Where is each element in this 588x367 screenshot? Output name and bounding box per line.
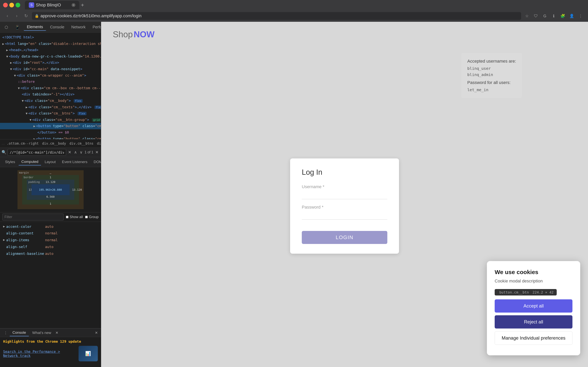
search-clear-button[interactable]: ✕ [67,149,72,155]
padding-right-value: 13.120 [72,188,82,191]
active-tab[interactable]: S Shop BlinqIO ✕ [25,1,79,9]
close-bottom-panel[interactable]: ✕ [94,330,99,336]
tree-html[interactable]: ▶<html lang="en" class="disable--interac… [0,41,101,47]
css-filter-input[interactable] [2,214,64,220]
cookie-modal: We use cookies Cookie modal description … [487,261,580,355]
bottom-panel: ⋮ Console What's new ✕ ✕ Highlights from… [0,328,101,367]
console-thumbnail: 📊 [79,346,98,361]
search-prev-button[interactable]: ∧ [73,149,78,155]
tab-styles[interactable]: Styles [2,158,18,165]
show-all-checkbox-input[interactable] [66,216,68,218]
whats-new-close[interactable]: ✕ [55,330,59,336]
manage-preferences-button[interactable]: Manage Individual preferences [495,331,572,345]
info-panel: Accepted usernames are: blinq_user blinq… [462,53,522,98]
breadcrumb-bar: … .ottom.cm--right div.cm__body div.cm__… [0,139,101,148]
password-label: Password * [302,205,323,209]
minimize-button[interactable] [9,3,14,7]
maximize-button[interactable] [16,3,20,7]
bottom-tab-whats-new[interactable]: What's new [30,329,54,336]
cookie-modal-description: Cookie modal description [495,279,572,284]
breadcrumb-cm-body[interactable]: div.cm__body [41,141,68,146]
tab-close-button[interactable]: ✕ [72,3,76,7]
breadcrumb-cm-btns[interactable]: div.cm__btns [68,141,95,146]
console-link[interactable]: Search in the Performance > Network trac… [3,350,75,358]
login-button[interactable]: LOGIN [302,231,387,244]
username-input[interactable] [302,189,387,199]
tooltip-size: 224.2 × 42 [533,290,554,294]
tab-dom-breakpoints[interactable]: DOM Breakpoints [91,158,101,165]
group-checkbox-input[interactable] [85,216,88,218]
browser-window: S Shop BlinqIO ✕ + ‹ › ↻ 🔒 approve-cooki… [0,0,588,367]
css-prop-align-items: ▶ align-items normal [0,237,101,243]
password-input[interactable] [302,210,387,220]
lock-icon: 🔒 [35,14,39,18]
search-next-button[interactable]: ∨ [79,149,84,155]
webpage-preview: Shop NOW Accepted usernames are: blinq_u… [101,22,588,367]
url-bar[interactable]: 🔒 approve-cookies.dzrtr0k51i0mo.amplifya… [32,12,521,20]
tree-cm-body[interactable]: ▼<div class="cm__body"> flex [0,98,101,104]
tab-event-listeners[interactable]: Event Listeners [59,158,90,165]
tab-computed[interactable]: Computed [19,158,41,166]
prop-name: align-content [6,231,45,236]
tab-console[interactable]: Console [47,24,67,31]
bottom-tab-console[interactable]: Console [10,329,29,336]
tree-cm-btns[interactable]: ▼<div class="cm__btns"> flex [0,110,101,117]
accept-all-button[interactable]: Accept all [495,299,572,313]
menu-button[interactable]: ⋮ [577,12,584,19]
box-model-area: margin – border 1 padding 13.120 13.120 … [0,167,101,212]
border-bottom-value: 1 [50,202,51,205]
tree-cm-texts[interactable]: ▶<div class="cm__texts">…</div> flex [0,104,101,110]
tree-cm-wrapper[interactable]: ▼<div class="cm-wrapper cc--anim"> [0,72,101,79]
shield-icon[interactable]: 🛡 [532,12,539,19]
forward-button[interactable]: › [13,12,20,19]
bookmark-button[interactable]: ☆ [523,12,530,19]
profile-icon[interactable]: 👤 [568,12,575,19]
grammarly-icon[interactable]: G [541,12,548,19]
tree-head[interactable]: ▶<head>…</head> [0,47,101,53]
console-message: Highlights from the Chrome 129 update [3,339,98,343]
tab-performance[interactable]: Performance [89,24,101,31]
border-label: border [24,176,34,179]
tab-elements[interactable]: Elements [24,24,46,31]
devtools-device-icon[interactable]: 📱 [12,24,23,31]
back-button[interactable]: ‹ [4,12,11,19]
prop-value: normal [45,237,58,243]
tree-btn-all[interactable]: ▶<button type="button" class="cm__btn" d… [0,123,101,129]
breadcrumb-cm-right[interactable]: .ottom.cm--right [5,141,40,146]
info-username2: blinq_admin [467,72,516,77]
console-content: Highlights from the Chrome 129 update Se… [0,337,101,367]
tree-cm-box[interactable]: ▼<div class="cm cm--box cm--bottom cm--r… [0,85,101,91]
puzzle-icon[interactable]: 🧩 [559,12,566,19]
tree-btn-group[interactable]: ▼<div class="cm__btn-group"> grid [0,117,101,123]
expand-arrow[interactable]: ▶ [3,237,5,243]
expand-arrow[interactable]: ▶ [3,224,5,230]
padding-top-value: 13.120 [45,180,55,184]
close-button[interactable] [3,3,8,7]
breadcrumb-btn-group[interactable]: div.cm__btn-group [95,141,101,146]
new-tab-button[interactable]: + [81,2,84,8]
info-username1: blinq_user [467,66,516,71]
group-checkbox[interactable]: Group [85,215,99,219]
tab-layout[interactable]: Layout [42,158,58,165]
browser-controls: ‹ › ↻ 🔒 approve-cookies.dzrtr0k51i0mo.am… [0,10,588,22]
group-label: Group [89,215,99,219]
tree-body[interactable]: ▼<body data-new-gr-c-s-check-loaded="14.… [0,53,101,60]
extension-icon[interactable]: ℹ [550,12,557,19]
refresh-button[interactable]: ↻ [23,12,30,19]
console-link-row: Search in the Performance > Network trac… [3,346,98,361]
search-input[interactable] [8,149,66,156]
tree-root[interactable]: ▶<div id="root">…</div> [0,59,101,66]
cookie-tooltip: button.cm__btn 224.2 × 42 [495,289,557,295]
devtools-inspector-icon[interactable]: ⬡ [1,24,11,31]
show-all-checkbox[interactable]: Show all [66,215,83,219]
tree-tabindex[interactable]: <div tabindex="-1"></div> [0,91,101,98]
tree-btn-necessary[interactable]: ▶<button type="button" class="cm__btn" d… [0,136,101,139]
css-prop-align-self: ▶ align-self auto [0,243,101,250]
console-menu-icon[interactable]: ⋮ [2,330,9,336]
show-all-label: Show all [70,215,83,219]
tab-network[interactable]: Network [68,24,89,31]
tab-bar: S Shop BlinqIO ✕ + [25,1,585,9]
reject-all-button[interactable]: Reject all [495,315,572,328]
search-close-button[interactable]: ✕ [94,149,99,155]
tree-cc-main[interactable]: ▼<div id="cc-main" data-nosnippet> [0,66,101,72]
